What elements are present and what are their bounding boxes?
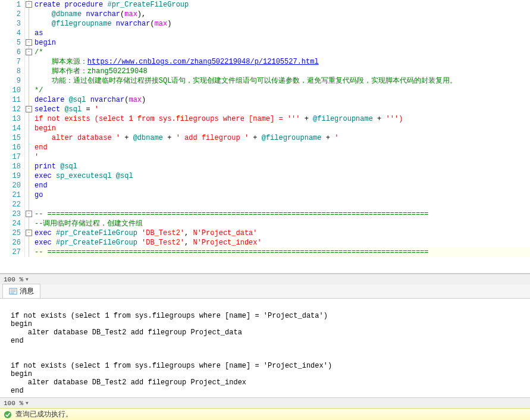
fold-toggle[interactable]: -	[26, 230, 32, 236]
line-number-gutter: 1234567891011121314151617181920212223242…	[0, 0, 25, 257]
messages-output[interactable]: if not exists (select 1 from sys.filegro…	[0, 299, 530, 397]
tab-label: 消息	[20, 286, 34, 296]
editor-zoom-bar: 100 % ▼	[0, 274, 530, 284]
fold-toggle[interactable]: -	[26, 39, 32, 46]
success-icon	[4, 410, 12, 419]
svg-point-4	[4, 410, 11, 418]
zoom-dropdown-icon[interactable]: ▼	[26, 277, 29, 282]
sql-editor-pane[interactable]: 1234567891011121314151617181920212223242…	[0, 0, 530, 274]
fold-toggle[interactable]: -	[26, 49, 32, 55]
output-zoom-bar: 100 % ▼	[0, 397, 530, 408]
fold-toggle[interactable]: -	[26, 211, 32, 217]
status-bar: 查询已成功执行。	[0, 408, 530, 420]
code-content[interactable]: create procedure #pr_CreateFileGroup @db…	[33, 0, 530, 257]
fold-column[interactable]: ------	[25, 0, 33, 257]
results-tab-bar: 消息	[0, 284, 530, 299]
messages-icon	[9, 287, 17, 296]
output-zoom-dropdown-icon[interactable]: ▼	[26, 400, 29, 406]
tab-messages[interactable]: 消息	[2, 284, 40, 298]
zoom-value[interactable]: 100 %	[4, 276, 23, 283]
status-text: 查询已成功执行。	[15, 409, 73, 419]
fold-toggle[interactable]: -	[26, 1, 32, 8]
output-zoom-value[interactable]: 100 %	[4, 400, 23, 407]
fold-toggle[interactable]: -	[26, 106, 32, 112]
